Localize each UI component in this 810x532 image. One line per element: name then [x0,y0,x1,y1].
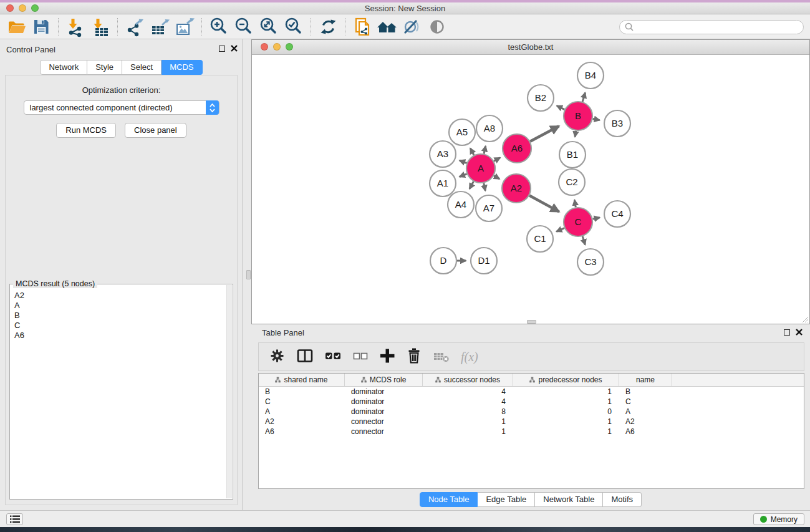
tab-mcds[interactable]: MCDS [162,60,202,75]
add-column-icon[interactable] [379,347,395,367]
delete-column-icon[interactable] [406,347,422,367]
graph-edge-A-A1[interactable] [460,174,467,177]
result-item[interactable]: A [14,301,226,311]
graph-edge-A-A5[interactable] [470,148,474,155]
home-icon[interactable] [375,16,400,38]
table-cell[interactable]: dominator [345,387,423,397]
graph-edge-A-A6[interactable] [494,158,500,162]
resize-grip-icon[interactable] [800,314,809,323]
table-cell[interactable]: dominator [345,397,423,407]
refresh-network-icon[interactable] [316,16,340,38]
table-cell[interactable]: A6 [619,427,672,437]
column-header-name[interactable]: name [619,374,672,386]
table-cell[interactable]: A2 [619,417,672,427]
graph-edge-A-A8[interactable] [484,146,486,154]
table-row[interactable]: Bdominator41B [259,387,804,397]
graph-edge-B-B2[interactable] [557,106,565,110]
select-all-icon[interactable] [324,347,342,367]
network-canvas[interactable]: B4B2BB3A8A5A6B1A3AC2A1A2A4A7C4CC1DD1C3 [252,56,809,324]
hide-graphics-details-icon[interactable] [400,16,425,38]
float-table-panel-icon[interactable] [784,329,790,336]
network-window-titlebar[interactable]: testGlobe.txt [252,40,809,55]
table-cell[interactable]: 1 [513,387,619,397]
result-item[interactable]: B [14,311,226,321]
close-table-panel-icon[interactable] [796,329,803,336]
export-network-icon[interactable] [122,16,147,38]
table-cell[interactable]: B [259,387,345,397]
mcds-result-list[interactable]: A2ABCA6 [10,287,226,498]
table-tab-node-table[interactable]: Node Table [420,492,478,507]
tab-network[interactable]: Network [40,60,87,75]
graph-edge-C-C4[interactable] [593,218,600,219]
duplicate-network-icon[interactable] [350,16,375,38]
open-session-icon[interactable] [4,16,29,38]
criterion-dropdown[interactable]: largest connected component (directed) [24,100,219,115]
save-session-icon[interactable] [29,16,54,38]
table-row[interactable]: Adominator80A [259,407,804,417]
import-table-icon[interactable] [88,16,113,38]
graph-edge-C-C2[interactable] [574,200,576,208]
table-cell[interactable]: connector [345,427,423,437]
table-cell[interactable]: B [619,387,672,397]
import-network-icon[interactable] [63,16,88,38]
table-cell[interactable]: dominator [345,407,423,417]
table-row[interactable]: A2connector11A2 [259,417,804,427]
graph-edge-A2-C[interactable] [529,196,559,212]
table-cell[interactable]: C [259,397,345,407]
table-cell[interactable]: A [619,407,672,417]
table-cell[interactable]: 4 [423,397,513,407]
zoom-out-icon[interactable] [231,16,256,38]
graph-edge-B-B3[interactable] [593,119,600,120]
column-header-shared-name[interactable]: shared name [259,374,345,386]
delete-table-icon[interactable] [433,347,450,367]
result-item[interactable]: A2 [14,291,226,301]
graph-edge-A-A4[interactable] [470,181,474,189]
vertical-split-handle[interactable] [246,270,251,279]
table-cell[interactable]: A2 [259,417,345,427]
graph-edge-C-C1[interactable] [556,228,564,232]
table-tab-network-table[interactable]: Network Table [535,492,603,507]
table-cell[interactable]: connector [345,417,423,427]
table-cell[interactable]: 1 [423,417,513,427]
zoom-in-icon[interactable] [206,16,231,38]
graph-edge-B-B1[interactable] [575,131,576,137]
export-image-icon[interactable] [172,16,197,38]
function-builder-icon[interactable]: f(x) [461,350,478,364]
table-tab-motifs[interactable]: Motifs [603,492,642,507]
column-header-successor-nodes[interactable]: successor nodes [423,374,513,386]
close-panel-icon[interactable] [231,45,238,52]
table-cell[interactable]: 4 [423,387,513,397]
table-cell[interactable]: 1 [513,417,619,427]
split-column-icon[interactable] [296,347,314,367]
table-cell[interactable]: 0 [513,407,619,417]
run-mcds-button[interactable]: Run MCDS [56,123,116,138]
task-history-button[interactable] [6,513,23,525]
gear-icon[interactable] [269,347,286,367]
table-cell[interactable]: 1 [513,427,619,437]
search-box[interactable] [619,20,804,34]
table-cell[interactable]: A6 [259,427,345,437]
show-graphics-details-icon[interactable] [425,16,450,38]
table-cell[interactable]: 1 [513,397,619,407]
table-cell[interactable]: 1 [423,427,513,437]
graph-edge-C-C3[interactable] [582,236,585,245]
graph-edge-A-A7[interactable] [484,183,486,191]
float-panel-icon[interactable] [219,46,225,52]
tab-style[interactable]: Style [87,60,122,75]
graph-edge-A6-B[interactable] [530,126,559,142]
result-item[interactable]: A6 [14,331,226,341]
column-header-MCDS-role[interactable]: MCDS role [345,374,423,386]
close-panel-button[interactable]: Close panel [125,123,186,138]
table-row[interactable]: A6connector11A6 [259,427,804,437]
table-cell[interactable]: A [259,407,345,417]
node-table[interactable]: shared nameMCDS rolesuccessor nodesprede… [258,373,804,489]
deselect-all-icon[interactable] [352,347,369,367]
table-row[interactable]: Cdominator41C [259,397,804,407]
tab-select[interactable]: Select [122,60,162,75]
memory-button[interactable]: Memory [753,513,804,525]
graph-edge-A-A2[interactable] [494,176,499,179]
result-item[interactable]: C [14,321,226,331]
column-header-predecessor-nodes[interactable]: predecessor nodes [513,374,619,386]
graph-edge-B-B4[interactable] [582,93,585,102]
horizontal-split-handle[interactable] [527,320,536,324]
